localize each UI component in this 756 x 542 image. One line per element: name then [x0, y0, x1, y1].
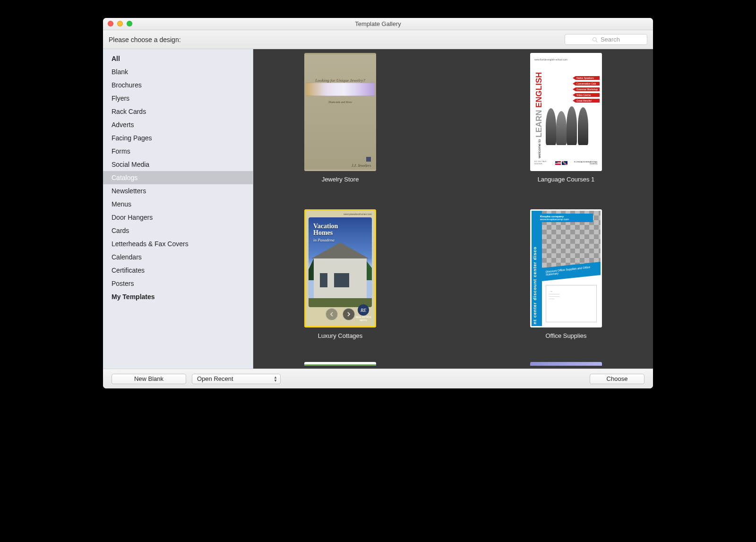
next-row-peek — [272, 362, 634, 366]
real-estate-badge: RE REAL ESTATE agency — [355, 304, 372, 321]
thumb-brand: J.J. Jewelers — [352, 163, 371, 168]
chevron-updown-icon: ▲▼ — [274, 376, 277, 382]
flag-us-icon — [555, 161, 561, 165]
template-peek[interactable] — [304, 362, 376, 366]
logo-square-icon — [366, 157, 371, 162]
thumb-tagline: EX USU TALE NOSTER, — [534, 160, 553, 165]
search-input[interactable]: Search — [565, 34, 647, 45]
thumb-url: www.pasadenahomes.com — [306, 211, 375, 217]
window-controls — [108, 21, 132, 26]
sidebar-item-posters[interactable]: Posters — [103, 277, 253, 290]
template-caption: Luxury Cottages — [318, 332, 363, 339]
template-caption: Jewelry Store — [322, 176, 359, 183]
template-thumbnail: www.pasadenahomes.com VacationHomes in P… — [304, 209, 376, 327]
close-icon[interactable] — [108, 21, 113, 26]
thumb-overlay: VacationHomes in Pasadena — [313, 223, 338, 242]
footer: New Blank Open Recent ▲▼ Choose — [103, 369, 653, 388]
subheader: Please choose a design: Search — [103, 30, 653, 49]
sheet-icon: →──────────────────── — [546, 285, 597, 322]
sidebar-item-newsletters[interactable]: Newsletters — [103, 184, 253, 198]
prompt-label: Please choose a design: — [109, 36, 181, 43]
thumb-url: www.knopkacomp.com — [540, 218, 569, 221]
thumb-school: FLORIDA INTERNATIONAL SCHOOL — [569, 161, 598, 165]
template-thumbnail: Looking for Unique Jewelry? Diamonds and… — [304, 53, 376, 171]
template-caption: Office Supplies — [545, 332, 586, 339]
window-title: Template Gallery — [355, 20, 401, 27]
open-recent-label: Open Recent — [197, 375, 233, 382]
sidebar-item-flyers[interactable]: Flyers — [103, 92, 253, 105]
template-thumbnail: www.florida-english-school.com welcome t… — [530, 53, 602, 171]
sidebar-item-blank[interactable]: Blank — [103, 65, 253, 78]
sidebar-item-catalogs[interactable]: Catalogs — [103, 171, 253, 184]
sidebar-item-menus[interactable]: Menus — [103, 198, 253, 211]
minimize-icon[interactable] — [117, 21, 123, 26]
sidebar-item-certificates[interactable]: Certificates — [103, 264, 253, 277]
thumb-subtext: Diamonds and More — [328, 101, 352, 103]
chevron-left-icon — [329, 312, 334, 317]
jewelry-strip-icon — [306, 83, 375, 96]
template-gallery-window: Template Gallery Please choose a design:… — [103, 18, 653, 388]
sidebar-item-my-templates[interactable]: My Templates — [103, 290, 253, 303]
choose-button[interactable]: Choose — [590, 374, 644, 384]
svg-line-1 — [596, 41, 597, 42]
house-photo-icon: VacationHomes in Pasadena — [309, 217, 372, 307]
svg-point-0 — [593, 37, 596, 41]
prev-page-button[interactable] — [326, 308, 338, 320]
next-page-button[interactable] — [343, 308, 355, 320]
search-icon — [592, 37, 598, 43]
template-peek[interactable] — [530, 362, 602, 366]
sidebar-item-letterheads[interactable]: Letterheads & Fax Covers — [103, 237, 253, 250]
body: All Blank Brochures Flyers Rack Cards Ad… — [103, 49, 653, 369]
thumb-headline: Looking for Unique Jewelry? — [315, 78, 365, 83]
sidebar: All Blank Brochures Flyers Rack Cards Ad… — [103, 49, 253, 369]
template-card-jewelry-store[interactable]: Looking for Unique Jewelry? Diamonds and… — [304, 53, 376, 183]
open-recent-select[interactable]: Open Recent ▲▼ — [192, 374, 281, 384]
side-text: nt center discount center disco — [532, 211, 542, 326]
page-arrows — [326, 308, 355, 320]
template-card-language-courses[interactable]: www.florida-english-school.com welcome t… — [530, 53, 602, 183]
sidebar-item-brochures[interactable]: Brochures — [103, 78, 253, 92]
chevron-right-icon — [346, 312, 351, 317]
sidebar-item-forms[interactable]: Forms — [103, 145, 253, 158]
gallery[interactable]: Looking for Unique Jewelry? Diamonds and… — [253, 49, 653, 369]
sidebar-item-calendars[interactable]: Calendars — [103, 250, 253, 264]
sidebar-item-social-media[interactable]: Social Media — [103, 158, 253, 171]
sidebar-item-door-hangers[interactable]: Door Hangers — [103, 211, 253, 224]
supplies-photo-icon: Knopka company www.knopkacomp.com — [542, 211, 601, 271]
zoom-icon[interactable] — [127, 21, 132, 26]
flag-uk-icon — [562, 161, 567, 165]
template-grid: Looking for Unique Jewelry? Diamonds and… — [272, 53, 634, 339]
template-thumbnail: nt center discount center disco Knopka c… — [530, 209, 602, 327]
sidebar-item-cards[interactable]: Cards — [103, 224, 253, 237]
search-placeholder: Search — [601, 36, 620, 43]
titlebar[interactable]: Template Gallery — [103, 18, 653, 30]
template-caption: Language Courses 1 — [538, 176, 595, 183]
sidebar-item-facing-pages[interactable]: Facing Pages — [103, 131, 253, 145]
sidebar-item-adverts[interactable]: Adverts — [103, 118, 253, 131]
template-card-office-supplies[interactable]: nt center discount center disco Knopka c… — [530, 209, 602, 339]
sidebar-item-all[interactable]: All — [103, 52, 253, 65]
sidebar-item-rack-cards[interactable]: Rack Cards — [103, 105, 253, 118]
template-card-luxury-cottages[interactable]: www.pasadenahomes.com VacationHomes in P… — [304, 209, 376, 339]
people-photo-icon: Native Speakers Conversation Club Gramma… — [544, 61, 598, 159]
vertical-title: welcome to LEARN ENGLISH — [534, 61, 544, 159]
new-blank-button[interactable]: New Blank — [112, 374, 186, 384]
feature-tags: Native Speakers Conversation Club Gramma… — [573, 76, 600, 103]
